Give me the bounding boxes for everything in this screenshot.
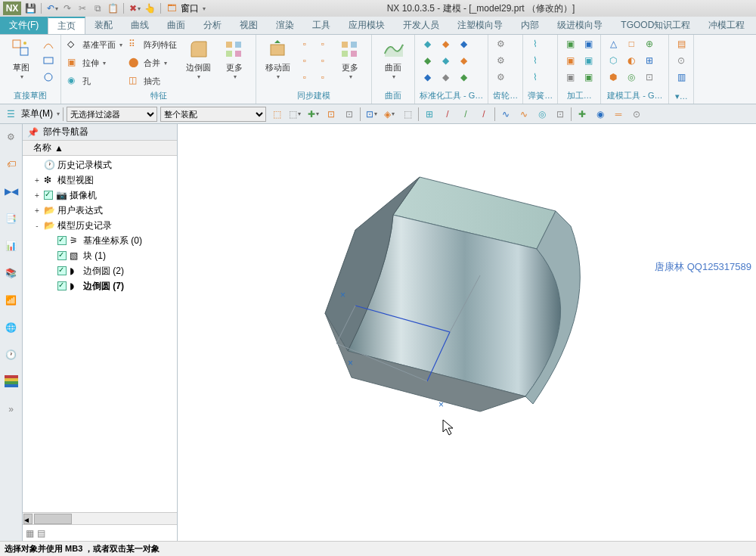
spring-tool-icon[interactable]: ⌇: [528, 36, 543, 51]
sel-tool-icon[interactable]: ∿: [516, 107, 531, 122]
menu-button[interactable]: 菜单(M): [21, 107, 53, 120]
std-tool-icon[interactable]: ◆: [420, 36, 435, 51]
sync-tool-icon[interactable]: ▫: [315, 36, 330, 51]
system-icon[interactable]: 🌐: [3, 319, 20, 336]
model-tool-icon[interactable]: ◐: [624, 53, 639, 68]
sel-tool-icon[interactable]: /: [440, 107, 455, 122]
sel-tool-icon[interactable]: ⬚: [400, 107, 415, 122]
mfg-tool-icon[interactable]: ▣: [562, 70, 578, 85]
touch-icon[interactable]: 👆: [144, 2, 156, 14]
gear-tool-icon[interactable]: ⚙: [493, 70, 508, 85]
sel-tool-icon[interactable]: ◉: [593, 107, 608, 122]
sync-tool-icon[interactable]: ▫: [315, 70, 330, 85]
mfg-tool-icon[interactable]: ▣: [562, 53, 578, 68]
sync-tool-icon[interactable]: ▫: [297, 70, 312, 85]
sel-tool-icon[interactable]: ⊡: [342, 107, 357, 122]
sel-tool-icon[interactable]: ⊡: [324, 107, 339, 122]
sel-tool-icon[interactable]: ✚▾: [305, 107, 321, 122]
hd3d-icon[interactable]: 📊: [3, 238, 20, 254]
expander-icon[interactable]: +: [33, 207, 41, 215]
sel-tool-icon[interactable]: ⊡: [553, 107, 568, 122]
tree-item[interactable]: +📷摄像机: [26, 188, 174, 203]
mfg-tool-icon[interactable]: ▣: [581, 70, 596, 85]
std-tool-icon[interactable]: ◆: [438, 70, 453, 85]
web-browser-icon[interactable]: 📚: [3, 265, 20, 281]
cut-icon[interactable]: ✂: [76, 2, 88, 14]
more-feature-button[interactable]: 更多▾: [218, 36, 251, 80]
overflow-tool-icon[interactable]: ▥: [674, 70, 689, 85]
sel-tool-icon[interactable]: ∿: [498, 107, 513, 122]
window-icon[interactable]: 🗔: [166, 2, 178, 14]
pin-icon[interactable]: 📌: [27, 127, 39, 138]
sel-tool-icon[interactable]: ◎: [534, 107, 550, 122]
std-tool-icon[interactable]: ◆: [438, 36, 453, 51]
more-sync-button[interactable]: 更多▾: [333, 36, 367, 80]
tree-item[interactable]: ◗边倒圆 (2): [26, 263, 174, 278]
menu-icon[interactable]: ☰: [3, 107, 18, 122]
sel-tool-icon[interactable]: ✚: [575, 107, 590, 122]
tab-tools[interactable]: 工具: [303, 17, 339, 34]
datum-plane-button[interactable]: ◇基准平面▾: [66, 36, 124, 53]
redo-icon[interactable]: ↷: [61, 2, 73, 14]
checkbox-icon[interactable]: [57, 281, 67, 290]
shell-button[interactable]: ◫抽壳: [127, 73, 178, 89]
sel-tool-icon[interactable]: ═: [611, 107, 626, 122]
clock-icon[interactable]: 🕐: [3, 346, 20, 363]
tab-view[interactable]: 视图: [231, 17, 267, 34]
tab-curve[interactable]: 曲线: [122, 17, 158, 34]
dependency-icon[interactable]: ▦: [26, 528, 34, 539]
sync-tool-icon[interactable]: ▫: [297, 36, 312, 51]
model-tool-icon[interactable]: ◎: [624, 70, 639, 85]
expander-icon[interactable]: +: [33, 176, 41, 185]
checkbox-icon[interactable]: [57, 236, 67, 245]
horizontal-scrollbar[interactable]: ◂: [23, 512, 177, 524]
tab-assembly[interactable]: 装配: [85, 17, 122, 34]
std-tool-icon[interactable]: ◆: [456, 36, 471, 51]
sketch-button[interactable]: 草图 ▾: [5, 36, 38, 80]
tab-surface[interactable]: 曲面: [158, 17, 194, 34]
window-dropdown[interactable]: 窗口: [181, 2, 199, 15]
edge-blend-button[interactable]: 边倒圆▾: [181, 36, 215, 80]
tree-item[interactable]: -📂模型历史记录: [26, 218, 174, 233]
part-navigator-icon[interactable]: ⚙: [3, 129, 20, 145]
palette-icon[interactable]: [3, 374, 20, 390]
extrude-button[interactable]: ▣拉伸▾: [66, 54, 124, 71]
sketch-tool-icon[interactable]: [41, 70, 56, 85]
history-icon[interactable]: 📶: [3, 292, 20, 309]
expander-icon[interactable]: +: [33, 191, 41, 200]
std-tool-icon[interactable]: ◆: [456, 53, 471, 68]
model-tool-icon[interactable]: □: [624, 36, 639, 51]
filter-select-1[interactable]: 无选择过滤器: [67, 107, 157, 122]
tree-item[interactable]: ▧块 (1): [26, 248, 174, 263]
overflow-tool-icon[interactable]: ▤: [674, 36, 689, 51]
sel-tool-icon[interactable]: /: [458, 107, 473, 122]
std-tool-icon[interactable]: ◆: [438, 53, 453, 68]
sketch-tool-icon[interactable]: [41, 36, 56, 51]
model-tool-icon[interactable]: ⊞: [642, 53, 657, 68]
mfg-tool-icon[interactable]: ▣: [581, 36, 596, 51]
spring-tool-icon[interactable]: ⌇: [528, 53, 543, 68]
model-tool-icon[interactable]: △: [606, 36, 621, 51]
tab-analysis[interactable]: 分析: [194, 17, 231, 34]
mfg-tool-icon[interactable]: ▣: [562, 36, 578, 51]
sync-tool-icon[interactable]: ▫: [315, 53, 330, 68]
unite-button[interactable]: ⬤合并▾: [127, 54, 178, 71]
hole-button[interactable]: ◉孔: [66, 73, 124, 89]
checkbox-icon[interactable]: [44, 191, 53, 200]
sketch-tool-icon[interactable]: [41, 53, 56, 68]
constraint-navigator-icon[interactable]: ▶◀: [3, 183, 20, 200]
expand-icon[interactable]: »: [3, 401, 20, 418]
details-icon[interactable]: ▤: [37, 528, 45, 539]
model-tool-icon[interactable]: ⊕: [642, 36, 657, 51]
model-tool-icon[interactable]: ⬢: [606, 70, 621, 85]
sel-tool-icon[interactable]: ⬚▾: [287, 107, 302, 122]
sel-tool-icon[interactable]: /: [476, 107, 491, 122]
sel-tool-icon[interactable]: ⊙: [629, 107, 644, 122]
expander-icon[interactable]: -: [33, 222, 41, 230]
gear-tool-icon[interactable]: ⚙: [493, 36, 508, 51]
tab-dev[interactable]: 开发人员: [394, 17, 448, 34]
sel-tool-icon[interactable]: ⊞: [422, 107, 437, 122]
tab-stamp[interactable]: 冲模工程: [699, 17, 754, 34]
move-face-button[interactable]: 移动面▾: [261, 36, 294, 80]
tab-render[interactable]: 渲染: [267, 17, 303, 34]
